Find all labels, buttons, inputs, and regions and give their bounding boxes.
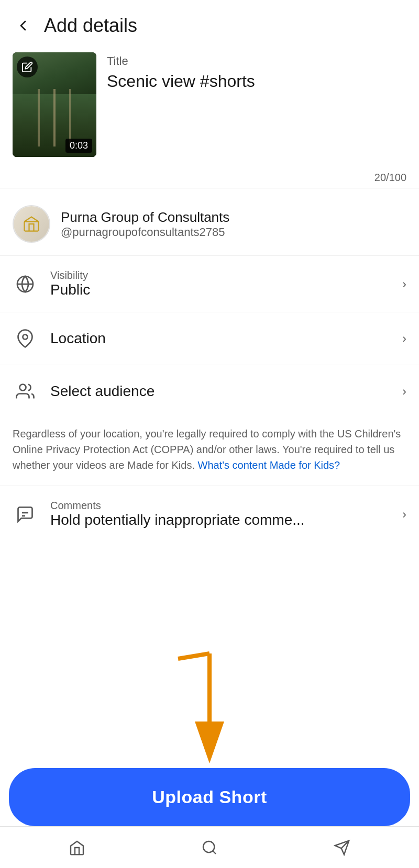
svg-point-9 [203, 841, 214, 852]
bottom-nav [0, 826, 419, 868]
comments-icon [13, 502, 38, 527]
char-count: 20/100 [0, 167, 419, 184]
account-info: Purna Group of Consultants @purnagroupof… [61, 209, 406, 239]
edit-thumbnail-button[interactable] [17, 57, 38, 77]
title-value: Scenic view #shorts [107, 71, 406, 91]
comments-label: Comments [50, 500, 390, 512]
page-title: Add details [44, 15, 137, 37]
visibility-content: Visibility Public [50, 269, 390, 298]
globe-icon [13, 272, 38, 297]
video-duration: 0:03 [65, 139, 92, 153]
visibility-row[interactable]: Visibility Public › [0, 255, 419, 312]
home-icon[interactable] [61, 832, 93, 863]
location-content: Location [50, 330, 390, 347]
legal-text-block: Regardless of your location, you're lega… [0, 418, 419, 486]
account-name: Purna Group of Consultants [61, 209, 406, 226]
svg-line-10 [213, 851, 216, 854]
audience-row[interactable]: Select audience › [0, 365, 419, 418]
comments-content: Comments Hold potentially inappropriate … [50, 500, 390, 528]
location-label: Location [50, 330, 390, 347]
title-label: Title [107, 54, 406, 68]
arrow-annotation [168, 648, 251, 763]
back-button[interactable] [13, 15, 34, 36]
avatar-image [14, 206, 49, 242]
svg-rect-0 [25, 222, 39, 231]
title-area: Title Scenic view #shorts [107, 52, 406, 91]
divider-1 [0, 188, 419, 188]
comments-row[interactable]: Comments Hold potentially inappropriate … [0, 486, 419, 542]
send-icon[interactable] [326, 832, 358, 863]
comments-value: Hold potentially inappropriate comme... [50, 512, 390, 528]
chevron-right-icon-3: › [402, 384, 406, 399]
audience-label: Select audience [50, 383, 390, 400]
chevron-right-icon-4: › [402, 507, 406, 522]
video-section: 0:03 Title Scenic view #shorts [0, 47, 419, 167]
search-icon[interactable] [194, 832, 225, 863]
visibility-label: Visibility [50, 269, 390, 281]
audience-content: Select audience [50, 383, 390, 400]
svg-line-8 [178, 653, 210, 659]
account-row: Purna Group of Consultants @purnagroupof… [0, 193, 419, 255]
legal-link[interactable]: What's content Made for Kids? [198, 459, 340, 471]
upload-short-button[interactable]: Upload Short [9, 768, 410, 826]
header: Add details [0, 0, 419, 47]
avatar [13, 205, 50, 243]
location-row[interactable]: Location › [0, 312, 419, 365]
svg-point-3 [23, 335, 28, 340]
svg-point-4 [20, 385, 26, 391]
chevron-right-icon-2: › [402, 331, 406, 346]
account-handle: @purnagroupofconsultants2785 [61, 226, 406, 239]
visibility-value: Public [50, 281, 390, 298]
location-icon [13, 326, 38, 351]
chevron-right-icon: › [402, 277, 406, 291]
upload-button-wrapper: Upload Short [9, 768, 410, 826]
video-thumbnail[interactable]: 0:03 [13, 52, 96, 157]
audience-icon [13, 379, 38, 404]
